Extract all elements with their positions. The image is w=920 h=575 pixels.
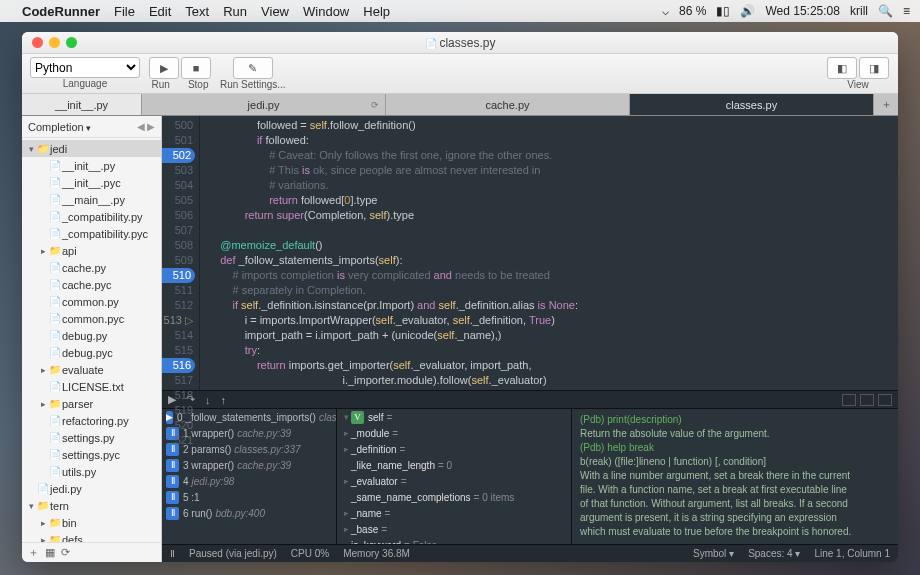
line-number[interactable]: 505	[162, 193, 193, 208]
line-number[interactable]: 515	[162, 343, 193, 358]
line-number[interactable]: 506	[162, 208, 193, 223]
line-number[interactable]: 504	[162, 178, 193, 193]
spotlight-icon[interactable]: 🔍	[878, 4, 893, 18]
reload-icon[interactable]: ⟳	[61, 546, 70, 559]
tree-item[interactable]: ▸parser	[22, 395, 161, 412]
line-number[interactable]: 512	[162, 298, 193, 313]
tree-item[interactable]: __main__.py	[22, 191, 161, 208]
variable-row[interactable]: _like_name_length = 0	[337, 457, 571, 473]
line-number[interactable]: 508	[162, 238, 193, 253]
line-number[interactable]: 519	[162, 403, 193, 418]
variable-row[interactable]: is_keyword = False	[337, 537, 571, 544]
stop-button[interactable]: ■	[181, 57, 211, 79]
variable-row[interactable]: ▾Vself =	[337, 409, 571, 425]
menu-text[interactable]: Text	[185, 4, 209, 19]
disclosure-icon[interactable]: ▸	[38, 399, 48, 409]
variable-row[interactable]: ▸_base =	[337, 521, 571, 537]
tab-__init__-py[interactable]: __init__.py	[22, 94, 142, 115]
language-select[interactable]: Python	[30, 57, 140, 78]
run-settings-button[interactable]: ✎	[233, 57, 273, 79]
stack-frame[interactable]: Ⅱ6 run() bdb.py:400	[162, 505, 336, 521]
new-tab-button[interactable]: ＋	[874, 94, 898, 115]
line-number[interactable]: 507	[162, 223, 193, 238]
variables-panel[interactable]: ▾Vself = ▸_module = ▸_definition = _like…	[337, 409, 572, 544]
status-spaces[interactable]: Spaces: 4 ▾	[748, 548, 800, 559]
tree-item[interactable]: _compatibility.py	[22, 208, 161, 225]
variable-row[interactable]: ▸_evaluator =	[337, 473, 571, 489]
nav-fwd-icon[interactable]: ▶	[147, 121, 155, 132]
view-panel-button[interactable]: ◨	[859, 57, 889, 79]
line-number[interactable]: 514	[162, 328, 193, 343]
tree-item[interactable]: ▸bin	[22, 514, 161, 531]
menu-edit[interactable]: Edit	[149, 4, 171, 19]
tree-item[interactable]: settings.py	[22, 429, 161, 446]
line-number[interactable]: 518	[162, 388, 193, 403]
tree-item[interactable]: ▸evaluate	[22, 361, 161, 378]
tree-item[interactable]: _compatibility.pyc	[22, 225, 161, 242]
line-number[interactable]: 516	[162, 358, 195, 373]
dbg-layout-3-icon[interactable]	[878, 394, 892, 406]
disclosure-icon[interactable]: ▸	[38, 518, 48, 528]
line-number[interactable]: 509	[162, 253, 193, 268]
add-icon[interactable]: ＋	[28, 545, 39, 560]
variable-row[interactable]: _same_name_completions = 0 items	[337, 489, 571, 505]
tree-item[interactable]: __init__.pyc	[22, 174, 161, 191]
tree-item[interactable]: cache.pyc	[22, 276, 161, 293]
status-symbol[interactable]: Symbol ▾	[693, 548, 734, 559]
file-tree[interactable]: ▾jedi__init__.py__init__.pyc__main__.py_…	[22, 138, 161, 542]
tree-item[interactable]: jedi.py	[22, 480, 161, 497]
line-number[interactable]: 501	[162, 133, 193, 148]
dbg-step-out-icon[interactable]: ↑	[221, 394, 227, 406]
tab-cache-py[interactable]: cache.py	[386, 94, 630, 115]
line-number[interactable]: 503	[162, 163, 193, 178]
tree-item[interactable]: utils.py	[22, 463, 161, 480]
user-name[interactable]: krill	[850, 4, 868, 18]
tree-item[interactable]: common.py	[22, 293, 161, 310]
tree-item[interactable]: settings.pyc	[22, 446, 161, 463]
notifications-icon[interactable]: ≡	[903, 4, 910, 18]
dbg-step-in-icon[interactable]: ↓	[205, 394, 211, 406]
menu-file[interactable]: File	[114, 4, 135, 19]
disclosure-icon[interactable]: ▸	[38, 365, 48, 375]
tree-item[interactable]: __init__.py	[22, 157, 161, 174]
pause-icon[interactable]: Ⅱ	[170, 548, 175, 559]
disclosure-icon[interactable]: ▾	[26, 501, 36, 511]
menu-help[interactable]: Help	[363, 4, 390, 19]
variable-row[interactable]: ▸_definition =	[337, 441, 571, 457]
grid-icon[interactable]: ▦	[45, 546, 55, 559]
line-number[interactable]: 500	[162, 118, 193, 133]
menu-run[interactable]: Run	[223, 4, 247, 19]
variable-row[interactable]: ▸_name =	[337, 505, 571, 521]
run-button[interactable]: ▶	[149, 57, 179, 79]
battery-icon[interactable]: ▮▯	[716, 4, 730, 18]
tree-item[interactable]: common.pyc	[22, 310, 161, 327]
line-number[interactable]: 513 ▷	[162, 313, 193, 328]
line-number[interactable]: 510	[162, 268, 195, 283]
stack-frame[interactable]: Ⅱ3 wrapper() cache.py:39	[162, 457, 336, 473]
tree-item[interactable]: ▸api	[22, 242, 161, 259]
tree-item[interactable]: refactoring.py	[22, 412, 161, 429]
tree-item[interactable]: ▸defs	[22, 531, 161, 542]
nav-back-icon[interactable]: ◀	[137, 121, 145, 132]
tree-item[interactable]: debug.py	[22, 327, 161, 344]
disclosure-icon[interactable]: ▸	[38, 535, 48, 543]
line-number[interactable]: 517	[162, 373, 193, 388]
tree-item[interactable]: LICENSE.txt	[22, 378, 161, 395]
dbg-layout-1-icon[interactable]	[842, 394, 856, 406]
app-name[interactable]: CodeRunner	[22, 4, 100, 19]
tree-item[interactable]: ▾jedi	[22, 140, 161, 157]
stack-frame[interactable]: Ⅱ5 :1	[162, 489, 336, 505]
line-number[interactable]: 520	[162, 418, 193, 433]
line-number[interactable]: 521	[162, 433, 193, 448]
line-number[interactable]: 511	[162, 283, 193, 298]
tab-jedi-py[interactable]: jedi.py⟳	[142, 94, 386, 115]
disclosure-icon[interactable]: ▸	[38, 246, 48, 256]
menu-window[interactable]: Window	[303, 4, 349, 19]
dbg-layout-2-icon[interactable]	[860, 394, 874, 406]
tab-classes-py[interactable]: classes.py	[630, 94, 874, 115]
disclosure-icon[interactable]: ▾	[26, 144, 36, 154]
tree-item[interactable]: ▾tern	[22, 497, 161, 514]
wifi-icon[interactable]: ⌵	[662, 4, 669, 18]
debug-console[interactable]: (Pdb) print(description)Return the absol…	[572, 409, 898, 544]
sidebar-scope-dropdown[interactable]: Completion	[28, 121, 133, 133]
